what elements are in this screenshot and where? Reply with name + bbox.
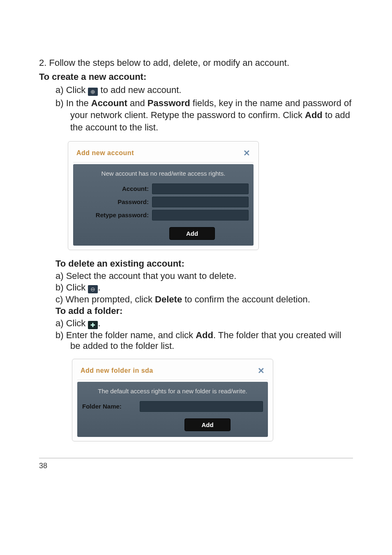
folder-name-input[interactable] xyxy=(140,401,263,412)
folder-name-label: Folder Name: xyxy=(82,403,140,410)
account-label: Account: xyxy=(78,185,152,192)
delete-account-heading: To delete an existing account: xyxy=(55,258,353,269)
close-icon[interactable]: ✕ xyxy=(258,366,265,376)
dialog-message: The default access rights for a new fold… xyxy=(82,386,263,399)
dialog-title: Add new account xyxy=(76,149,134,157)
retype-password-input[interactable] xyxy=(152,210,249,221)
create-account-heading: To create a new account: xyxy=(39,72,353,82)
folder-step-a: a) Click ✚. xyxy=(55,318,353,329)
add-folder-heading: To add a folder: xyxy=(55,306,353,316)
delete-step-a: a) Select the account that you want to d… xyxy=(55,271,353,281)
dialog-message: New account has no read/write access rig… xyxy=(78,168,249,181)
create-step-b: b) In the Account and Password fields, k… xyxy=(55,97,353,134)
add-button[interactable]: Add xyxy=(169,227,215,240)
folder-step-b: b) Enter the folder name, and click Add.… xyxy=(55,330,353,351)
add-account-dialog: Add new account ✕ New account has no rea… xyxy=(68,141,259,250)
add-folder-icon: ✚ xyxy=(88,321,98,329)
add-button[interactable]: Add xyxy=(184,418,230,431)
delete-step-c: c) When prompted, click Delete to confir… xyxy=(55,294,353,305)
account-input[interactable] xyxy=(152,183,249,194)
page-number: 38 xyxy=(39,462,47,470)
step-2-text: 2. Follow the steps below to add, delete… xyxy=(39,58,353,68)
dialog-title: Add new folder in sda xyxy=(81,367,153,374)
password-input[interactable] xyxy=(152,197,249,207)
minus-icon: ⊖ xyxy=(88,285,98,293)
add-folder-dialog: Add new folder in sda ✕ The default acce… xyxy=(72,359,273,441)
close-icon[interactable]: ✕ xyxy=(243,148,250,158)
plus-icon: ⊕ xyxy=(88,88,98,96)
password-label: Password: xyxy=(78,198,152,205)
retype-password-label: Retype password: xyxy=(78,211,152,218)
create-step-a: a) Click ⊕ to add new account. xyxy=(55,84,353,96)
delete-step-b: b) Click ⊖. xyxy=(55,282,353,293)
